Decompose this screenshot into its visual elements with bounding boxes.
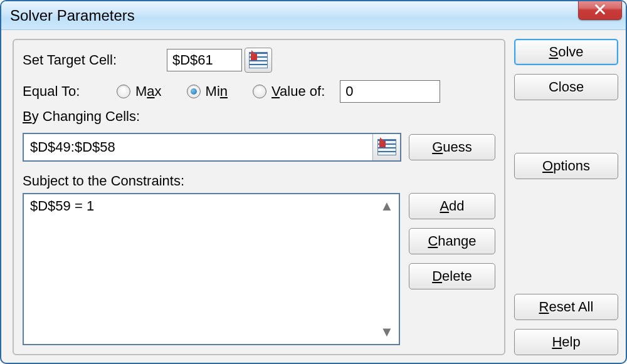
radio-max[interactable] [117, 85, 130, 98]
reset-all-button[interactable]: Reset All [514, 294, 618, 320]
titlebar: Solver Parameters [1, 1, 626, 30]
radio-max-label: Max [135, 83, 162, 100]
solver-parameters-dialog: Solver Parameters Set Target Cell: Equal… [0, 0, 627, 364]
target-cell-input[interactable] [167, 49, 242, 71]
constraints-listbox[interactable]: $D$59 = 1 ▲ ▼ [23, 193, 400, 345]
help-button[interactable]: Help [514, 329, 618, 355]
equal-to-label: Equal To: [23, 83, 117, 100]
scroll-up-icon[interactable]: ▲ [379, 198, 395, 214]
radio-value-of[interactable] [253, 85, 266, 98]
range-select-icon [249, 52, 268, 68]
constraints-group: Subject to the Constraints: $D$59 = 1 ▲ … [23, 173, 495, 345]
set-target-cell-label: Set Target Cell: [23, 52, 167, 68]
target-cell-range-button[interactable] [245, 48, 272, 73]
change-constraint-button[interactable]: Change [409, 228, 495, 254]
range-select-icon [377, 139, 396, 155]
window-title: Solver Parameters [10, 7, 135, 24]
options-button[interactable]: Options [514, 153, 618, 179]
constraints-label: Subject to the Constraints: [23, 173, 495, 189]
by-changing-cells-group: By Changing Cells: Guess [23, 110, 495, 162]
side-buttons: Solve Close Options Reset All Help [505, 39, 618, 355]
guess-button[interactable]: Guess [409, 134, 495, 160]
value-of-input[interactable] [340, 80, 440, 103]
radio-value-of-label: Value of: [271, 83, 325, 100]
main-panel: Set Target Cell: Equal To: Max M [13, 39, 505, 355]
radio-min[interactable] [187, 85, 201, 98]
dialog-body: Set Target Cell: Equal To: Max M [1, 30, 626, 363]
solve-button[interactable]: Solve [514, 39, 618, 65]
add-constraint-button[interactable]: Add [409, 193, 495, 219]
close-window-button[interactable] [578, 0, 622, 20]
close-icon [593, 3, 607, 16]
delete-constraint-button[interactable]: Delete [409, 263, 495, 289]
constraint-item[interactable]: $D$59 = 1 [30, 198, 377, 214]
by-changing-cells-label: By Changing Cells: [23, 108, 144, 125]
constraints-scrollbar[interactable]: ▲ ▼ [377, 198, 396, 340]
radio-min-label: Min [206, 83, 228, 100]
changing-cells-input[interactable] [24, 134, 372, 160]
changing-cells-range-button[interactable] [372, 134, 400, 160]
close-button[interactable]: Close [514, 74, 618, 100]
scroll-down-icon[interactable]: ▼ [379, 324, 395, 340]
